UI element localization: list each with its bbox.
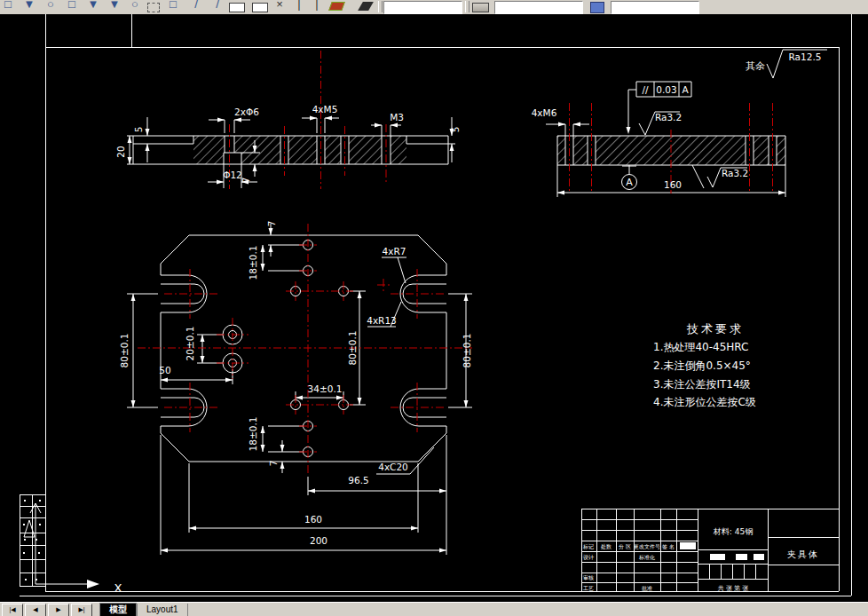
dim-label: 7 — [266, 221, 277, 227]
zoom-window-icon[interactable]: □ — [165, 0, 181, 14]
dim-label: Ra3.2 — [722, 168, 748, 178]
dim-label: 设计 — [583, 554, 594, 560]
dim-label: 7 — [268, 461, 279, 467]
select-icon[interactable]: □ — [0, 0, 16, 14]
rotate-icon[interactable]: ○ — [127, 0, 143, 14]
dim-label: 2.未注倒角0.5×45° — [653, 359, 751, 372]
trim-icon[interactable]: / — [188, 0, 204, 14]
view-main-plate — [127, 224, 472, 555]
dim-label: 7 — [241, 178, 251, 184]
dim-label: // — [642, 84, 649, 95]
dim-label: 审核 — [583, 574, 594, 580]
dim-label: 共 张 第 张 — [718, 585, 749, 592]
dim-style-icon[interactable] — [472, 3, 489, 12]
dim-label: 2xΦ6 — [234, 107, 259, 117]
dim-label: 200 — [310, 535, 327, 546]
dim-label: 夹具体 — [787, 549, 819, 559]
prev-tab-button[interactable]: ◀ — [25, 604, 46, 616]
move-down-icon[interactable]: ▼ — [107, 0, 122, 14]
dim-label: 技术要求 — [686, 322, 744, 336]
extend-icon[interactable]: / — [209, 0, 225, 14]
model-tab[interactable]: 模型 — [99, 603, 137, 616]
dim-label: 160 — [304, 514, 322, 525]
pan-icon[interactable]: □ — [64, 0, 80, 14]
dim-label: X — [114, 581, 122, 595]
dim-label: 4xR13 — [367, 315, 397, 326]
dim-label: 18±0.1 — [248, 417, 258, 452]
dim-label: 材料: 45钢 — [713, 527, 753, 536]
toolbar-grip[interactable] — [378, 1, 383, 12]
dim-label: A — [682, 84, 689, 95]
dim-label: 50 — [159, 365, 170, 375]
dim-label: 160 — [664, 179, 682, 190]
dim-label: 20±0.1 — [185, 327, 195, 361]
dim-label: 签 名 — [662, 543, 675, 550]
open-drawing-icon[interactable] — [252, 3, 268, 12]
layout-tab-bar: |◀ ◀ ▶ ▶| 模型 Layout1 — [0, 602, 868, 616]
dim-label: Ra3.2 — [655, 112, 682, 122]
dim-label: 4xR7 — [383, 246, 406, 257]
next-tab-button[interactable]: ▶ — [48, 604, 69, 616]
dim-label: 4xC20 — [378, 462, 408, 472]
section-hatching — [193, 136, 785, 165]
dim-label: 5 — [450, 127, 461, 133]
dim-label: 工艺 — [583, 585, 594, 591]
view-top-right-section — [546, 50, 827, 197]
dim-label: 4.未注形位公差按C级 — [653, 396, 756, 408]
dim-label: M3 — [390, 112, 404, 122]
match-properties-icon[interactable] — [328, 2, 345, 11]
dim-label: 处数 — [600, 543, 612, 550]
layer-combo[interactable] — [383, 1, 462, 14]
cad-drawing: 2xΦ64xM5M35205Φ1274xM6160//0.03ARa3.2Ra3… — [0, 14, 868, 602]
last-tab-button[interactable]: ▶| — [71, 604, 92, 616]
erase-icon[interactable]: × — [272, 0, 288, 14]
dim-label: Ra12.5 — [789, 51, 822, 62]
dim-label: A — [626, 177, 633, 188]
dim-label: 4xM6 — [532, 107, 557, 118]
dim-label: 0.03 — [656, 84, 676, 95]
dim-label: 20 — [115, 146, 126, 157]
drawing-labels: 2xΦ64xM5M35205Φ1274xM6160//0.03ARa3.2Ra3… — [114, 51, 822, 595]
dimstyle-combo[interactable] — [494, 1, 583, 14]
dim-label: 标记 — [582, 543, 594, 550]
layer-properties-icon[interactable] — [590, 2, 604, 13]
dim-label: 3.未注公差按IT14级 — [653, 378, 751, 391]
model-space-canvas[interactable]: 2xΦ64xM5M35205Φ1274xM6160//0.03ARa3.2Ra3… — [0, 14, 868, 602]
layout1-tab[interactable]: Layout1 — [137, 604, 188, 616]
divider-bar-icon: | — [291, 0, 307, 14]
dim-label: Φ12 — [223, 170, 242, 180]
redo-icon[interactable]: ○ — [43, 0, 59, 14]
toolbar-grip[interactable] — [465, 1, 470, 12]
color-combo[interactable] — [611, 1, 699, 14]
dim-label: 批准 — [642, 585, 652, 592]
first-tab-button[interactable]: |◀ — [2, 604, 23, 616]
new-drawing-icon[interactable] — [229, 3, 245, 12]
dim-label: 18±0.1 — [248, 246, 258, 280]
dim-label: 4xM5 — [312, 104, 338, 115]
dim-label: 其余 — [746, 60, 765, 72]
cad-application-window: □ ▼ ○ □ ▼ ▼ ○ □ / / × | | / × ▼ □ ▭ ○ ○ … — [0, 0, 868, 616]
dim-label: 96.5 — [348, 475, 368, 486]
ucs-icon — [30, 503, 99, 588]
dim-label: 80±0.1 — [462, 334, 472, 368]
zoom-realtime-icon[interactable]: ▼ — [85, 0, 101, 14]
divider-bar-icon: | — [309, 0, 325, 14]
dim-label: 5 — [133, 127, 144, 133]
selection-window-icon[interactable] — [147, 3, 160, 12]
dim-label: 80±0.1 — [119, 334, 130, 368]
top-toolbar: □ ▼ ○ □ ▼ ▼ ○ □ / / × | | — [0, 0, 868, 15]
dim-label: 34±0.1 — [308, 383, 343, 394]
dim-label: 1.热处理40-45HRC — [653, 341, 748, 353]
pen-style-icon[interactable] — [358, 2, 374, 11]
undo-icon[interactable]: ▼ — [21, 0, 37, 14]
dim-label: 更改文件号 — [634, 543, 660, 549]
dim-label: 标准化 — [638, 554, 655, 561]
dim-label: 80±0.1 — [347, 331, 358, 366]
dim-label: 分 区 — [619, 543, 631, 549]
